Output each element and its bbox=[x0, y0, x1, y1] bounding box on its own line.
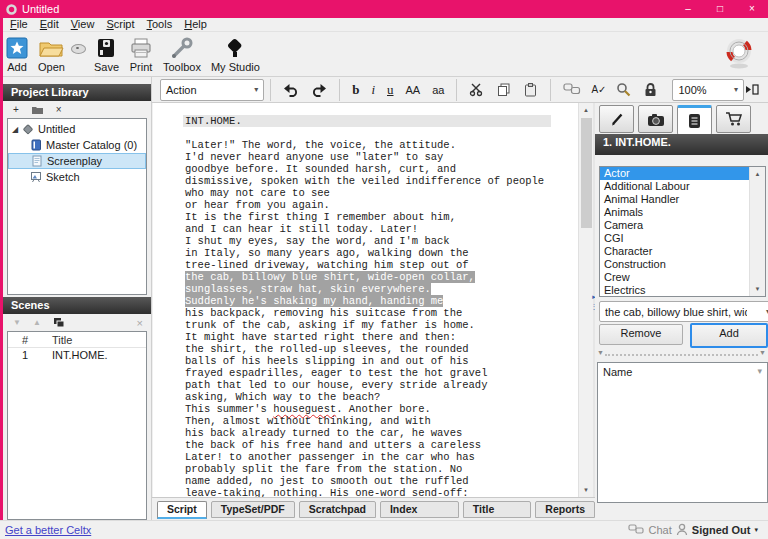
minimize-button[interactable]: – bbox=[672, 0, 704, 18]
script-line[interactable]: This summer's houseguest. Another bore. bbox=[185, 403, 578, 415]
menu-item[interactable]: File bbox=[4, 18, 34, 31]
redo-button[interactable] bbox=[305, 82, 333, 97]
scroll-up-icon[interactable]: ▲ bbox=[750, 167, 765, 181]
undo-button[interactable] bbox=[277, 82, 305, 97]
tagged-item-select[interactable]: the cab, billowy blue shirt, wide-o ▾ bbox=[599, 301, 768, 322]
view-tab[interactable]: Scratchpad bbox=[299, 501, 376, 518]
script-line[interactable]: "Later!" The word, the voice, the attitu… bbox=[185, 139, 578, 151]
script-line[interactable]: in Italy, so many years ago, walking dow… bbox=[185, 247, 578, 259]
script-line[interactable]: and I can hear it still today. Later! bbox=[185, 223, 578, 235]
view-tab[interactable]: Script bbox=[157, 501, 207, 519]
close-button[interactable]: × bbox=[736, 0, 768, 18]
remove-button[interactable]: Remove bbox=[599, 324, 683, 345]
expander-icon[interactable]: ◢ bbox=[12, 125, 22, 134]
menu-item[interactable]: Help bbox=[178, 18, 213, 31]
script-line[interactable]: asking, Which way to the beach? bbox=[185, 391, 578, 403]
spellcheck-icon[interactable]: A✓ bbox=[587, 84, 610, 95]
script-line[interactable]: It might have started right there and th… bbox=[185, 331, 578, 343]
script-line[interactable]: Later! to another passenger in the car w… bbox=[185, 451, 578, 463]
script-line[interactable]: I'd never heard anyone use "later" to sa… bbox=[185, 151, 578, 163]
category-item[interactable]: Animal Handler bbox=[600, 193, 750, 206]
my-studio-button[interactable]: My Studio bbox=[211, 36, 260, 73]
script-line[interactable]: name added, no jest to smooth out the ru… bbox=[185, 475, 578, 487]
script-line[interactable]: sunglasses, straw hat, skin everywhere. bbox=[185, 283, 578, 295]
scrollbar-thumb[interactable] bbox=[581, 118, 592, 228]
search-icon[interactable] bbox=[610, 82, 637, 97]
folder-small-icon[interactable] bbox=[31, 105, 44, 115]
scene-layers-icon[interactable] bbox=[53, 317, 65, 328]
tab-breakdown[interactable] bbox=[677, 105, 712, 135]
category-item[interactable]: Actor bbox=[600, 167, 750, 180]
tab-media[interactable] bbox=[638, 105, 673, 133]
scene-delete-icon[interactable]: × bbox=[137, 317, 143, 329]
script-line[interactable]: balls of his heels slipping in and out o… bbox=[185, 355, 578, 367]
add-button-breakdown[interactable]: Add bbox=[690, 323, 768, 348]
script-line[interactable]: his back already turned to the car, he w… bbox=[185, 427, 578, 439]
script-line[interactable]: dismissive, spoken with the veiled indif… bbox=[185, 175, 578, 187]
save-button[interactable]: Save bbox=[94, 36, 119, 73]
category-scrollbar[interactable]: ▲ ▼ bbox=[749, 167, 765, 296]
tree-item-sketch[interactable]: Sketch bbox=[8, 169, 146, 185]
upgrade-link[interactable]: Get a better Celtx bbox=[5, 524, 91, 536]
category-item[interactable]: Animals bbox=[600, 206, 750, 219]
menu-item[interactable]: Script bbox=[100, 18, 140, 31]
category-item[interactable]: Additional Labour bbox=[600, 180, 750, 193]
zoom-select[interactable]: 100% ▾ bbox=[672, 79, 743, 101]
menu-item[interactable]: Tools bbox=[141, 18, 179, 31]
print-button[interactable]: Print bbox=[129, 36, 153, 73]
category-item[interactable]: CGI bbox=[600, 232, 750, 245]
signed-out-label[interactable]: Signed Out bbox=[692, 524, 751, 536]
script-line[interactable]: Then, almost without thinking, and with bbox=[185, 415, 578, 427]
script-line[interactable]: his backpack, removing his suitcase from… bbox=[185, 307, 578, 319]
panel-toggle-icon[interactable] bbox=[744, 83, 760, 96]
scroll-down-icon[interactable]: ▼ bbox=[579, 483, 593, 497]
scene-row[interactable]: 1INT.HOME. bbox=[8, 348, 146, 362]
script-line[interactable]: the back of his free hand and utters a c… bbox=[185, 439, 578, 451]
toolbox-button[interactable]: Toolbox bbox=[163, 36, 201, 73]
scene-heading[interactable]: INT.HOME. bbox=[183, 115, 551, 127]
tree-item-master-catalog[interactable]: Master Catalog (0) bbox=[8, 137, 146, 153]
element-type-select[interactable]: Action ▾ bbox=[160, 79, 264, 101]
copy-icon[interactable] bbox=[490, 82, 517, 97]
menu-item[interactable]: Edit bbox=[34, 18, 65, 31]
add-item-icon[interactable]: + bbox=[13, 104, 19, 115]
script-line[interactable]: tree-lined driveway, watching him step o… bbox=[185, 259, 578, 271]
script-line[interactable]: probably split the fare from the station… bbox=[185, 463, 578, 475]
script-line[interactable]: leave-taking, nothing. His one-word send… bbox=[185, 487, 578, 497]
view-tab[interactable]: Index Cards bbox=[380, 501, 459, 518]
category-item[interactable]: Electrics bbox=[600, 284, 750, 297]
menu-item[interactable]: View bbox=[65, 18, 101, 31]
tab-shopping[interactable] bbox=[716, 105, 751, 133]
paste-icon[interactable] bbox=[517, 82, 544, 97]
maximize-button[interactable]: □ bbox=[704, 0, 736, 18]
script-line[interactable]: frayed espadrilles, eager to test the ho… bbox=[185, 367, 578, 379]
chat-label[interactable]: Chat bbox=[649, 524, 672, 536]
category-item[interactable]: Character bbox=[600, 245, 750, 258]
script-line[interactable]: trunk of the cab, asking if my father is… bbox=[185, 319, 578, 331]
lowercase-button[interactable]: aa bbox=[426, 84, 450, 96]
script-line[interactable]: the shirt, the rolled-up sleeves, the ro… bbox=[185, 343, 578, 355]
tree-item-screenplay[interactable]: Screenplay bbox=[8, 153, 146, 169]
move-up-icon[interactable]: ▲ bbox=[33, 318, 41, 327]
view-tab[interactable]: Title Page bbox=[463, 501, 531, 518]
cut-icon[interactable] bbox=[463, 82, 490, 97]
script-line[interactable]: goodbye before. It sounded harsh, curt, … bbox=[185, 163, 578, 175]
script-line[interactable]: the cab, billowy blue shirt, wide-open c… bbox=[185, 271, 578, 283]
comments-icon[interactable] bbox=[557, 83, 587, 96]
category-item[interactable]: Construction bbox=[600, 258, 750, 271]
script-line[interactable]: path that led to our house, every stride… bbox=[185, 379, 578, 391]
view-tab[interactable]: Reports bbox=[535, 501, 595, 518]
tree-item-untitled[interactable]: ◢ Untitled bbox=[8, 121, 146, 137]
horizontal-splitter[interactable]: ▼ ▼ bbox=[605, 354, 758, 362]
bold-button[interactable]: b bbox=[346, 82, 365, 98]
script-line[interactable]: Suddenly he's shaking my hand, handing m… bbox=[185, 295, 578, 307]
name-column-header[interactable]: Name ▾ bbox=[598, 363, 767, 381]
add-button[interactable]: Add bbox=[6, 36, 28, 73]
view-tab[interactable]: TypeSet/PDF bbox=[211, 501, 295, 518]
category-item[interactable]: Crew bbox=[600, 271, 750, 284]
scroll-down-icon[interactable]: ▼ bbox=[750, 282, 765, 296]
delete-item-icon[interactable]: × bbox=[56, 104, 62, 115]
category-item[interactable]: Camera bbox=[600, 219, 750, 232]
script-line[interactable]: It is the first thing I remember about h… bbox=[185, 211, 578, 223]
open-button[interactable]: Open bbox=[38, 36, 65, 73]
